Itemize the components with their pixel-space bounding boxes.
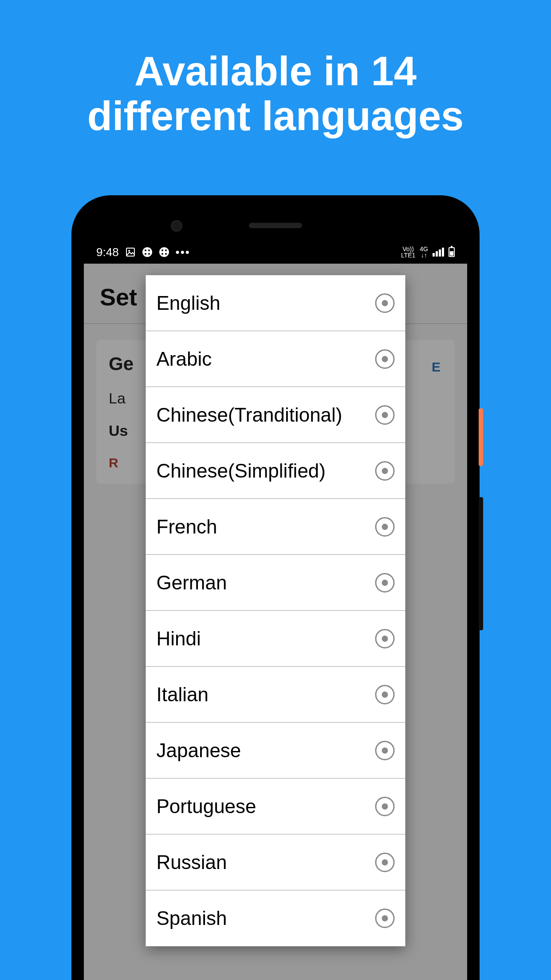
battery-icon	[449, 247, 455, 257]
status-time: 9:48	[96, 245, 119, 259]
network-voice-label: Vo)) LTE1	[401, 246, 415, 258]
language-label: German	[157, 572, 227, 594]
language-label: Portuguese	[157, 795, 256, 818]
svg-point-4	[148, 249, 150, 251]
language-label: Japanese	[157, 739, 241, 762]
camera-icon	[171, 220, 182, 232]
phone-screen-container: 9:48 ••• Vo)) LTE1 4G ↓↑	[84, 208, 467, 980]
radio-icon	[375, 573, 395, 593]
language-dialog: English Arabic Chinese(Tranditional) Chi…	[146, 275, 405, 946]
svg-point-8	[161, 249, 163, 251]
svg-point-9	[165, 249, 167, 251]
speaker-icon	[249, 223, 302, 228]
phone-power-button	[479, 408, 483, 466]
signal-icon	[433, 248, 444, 257]
more-dots-icon: •••	[176, 245, 190, 259]
status-bar: 9:48 ••• Vo)) LTE1 4G ↓↑	[84, 241, 467, 264]
language-label: Hindi	[157, 628, 201, 650]
radio-icon	[375, 517, 395, 537]
language-option-german[interactable]: German	[146, 555, 405, 611]
svg-point-3	[145, 249, 146, 251]
headline-line-2: different languages	[0, 94, 551, 138]
svg-point-2	[142, 247, 152, 257]
svg-point-11	[165, 253, 167, 255]
language-option-japanese[interactable]: Japanese	[146, 723, 405, 778]
phone-volume-button	[479, 497, 483, 630]
svg-point-7	[159, 247, 169, 257]
image-icon	[125, 247, 136, 257]
radio-icon	[375, 909, 395, 928]
svg-point-1	[128, 250, 130, 252]
language-label: English	[157, 292, 220, 314]
language-label: Italian	[157, 684, 209, 706]
phone-notch	[84, 208, 467, 241]
language-option-chinese-simplified[interactable]: Chinese(Simplified)	[146, 443, 405, 499]
language-option-italian[interactable]: Italian	[146, 667, 405, 723]
radio-icon	[375, 685, 395, 704]
radio-icon	[375, 797, 395, 816]
radio-icon	[375, 405, 395, 425]
radio-icon	[375, 853, 395, 872]
language-label: Chinese(Simplified)	[157, 460, 326, 482]
radio-icon	[375, 349, 395, 369]
network-4g-label: 4G ↓↑	[420, 246, 428, 258]
app-grid-icon	[142, 247, 153, 257]
headline-line-1: Available in 14	[0, 49, 551, 94]
language-option-russian[interactable]: Russian	[146, 834, 405, 890]
radio-icon	[375, 741, 395, 760]
svg-point-10	[161, 253, 163, 255]
language-option-chinese-traditional[interactable]: Chinese(Tranditional)	[146, 387, 405, 443]
status-left: 9:48 •••	[96, 245, 190, 259]
svg-point-6	[148, 253, 150, 255]
promo-headline: Available in 14 different languages	[0, 0, 551, 138]
language-option-portuguese[interactable]: Portuguese	[146, 778, 405, 834]
radio-icon	[375, 629, 395, 648]
svg-point-5	[145, 253, 146, 255]
language-label: Chinese(Tranditional)	[157, 404, 342, 426]
radio-icon	[375, 461, 395, 481]
language-option-french[interactable]: French	[146, 499, 405, 555]
app-grid-icon	[159, 247, 169, 257]
language-label: Spanish	[157, 907, 227, 929]
language-label: Arabic	[157, 348, 212, 370]
phone-frame: 9:48 ••• Vo)) LTE1 4G ↓↑	[71, 195, 480, 980]
language-label: French	[157, 516, 217, 538]
language-option-arabic[interactable]: Arabic	[146, 331, 405, 387]
status-right: Vo)) LTE1 4G ↓↑	[401, 246, 455, 258]
language-label: Russian	[157, 851, 227, 873]
language-option-hindi[interactable]: Hindi	[146, 611, 405, 667]
radio-icon	[375, 293, 395, 313]
language-option-spanish[interactable]: Spanish	[146, 890, 405, 946]
language-option-english[interactable]: English	[146, 275, 405, 331]
app-screen: Set Ge La Us R E English Arabic	[84, 264, 467, 980]
